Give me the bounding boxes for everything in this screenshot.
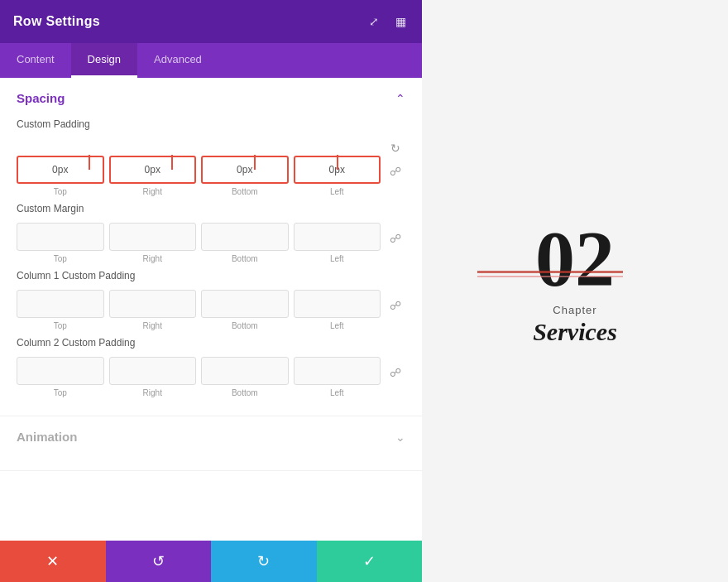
- spacing-header[interactable]: Spacing ⌃: [17, 91, 405, 105]
- col2-padding-fields: Top Right Bottom Left ☍: [17, 357, 405, 397]
- chapter-label: Chapter: [533, 304, 617, 316]
- margin-right-input[interactable]: [109, 223, 197, 251]
- chapter-number-row: 02: [535, 219, 615, 299]
- chapter-text-group: Chapter Services: [533, 304, 617, 346]
- redo-button[interactable]: ↻: [211, 541, 317, 582]
- col1-bottom-label: Bottom: [232, 321, 258, 330]
- spacing-section: Spacing ⌃ Custom Padding Top Right: [0, 78, 422, 416]
- margin-device-icon[interactable]: ☍: [386, 228, 405, 248]
- col1-device-icon[interactable]: ☍: [386, 296, 405, 315]
- custom-margin-fields: Top Right Bottom Left ☍: [17, 223, 405, 263]
- col2-bottom-label: Bottom: [232, 388, 258, 397]
- redo-icon: ↻: [257, 552, 270, 570]
- margin-top-item: Top: [17, 223, 104, 263]
- col1-padding-fields: Top Right Bottom Left ☍: [17, 290, 405, 330]
- col2-top-item: Top: [17, 357, 104, 397]
- panel: Row Settings ⤢ ▦ Content Design Advanced…: [0, 0, 422, 582]
- panel-body: Spacing ⌃ Custom Padding Top Right: [0, 78, 422, 582]
- panel-header-icons: ⤢ ▦: [366, 13, 409, 30]
- padding-reset-icon[interactable]: ↻: [386, 138, 405, 158]
- col2-device-icon[interactable]: ☍: [386, 363, 405, 382]
- undo-button[interactable]: ↺: [106, 541, 212, 582]
- col2-right-input[interactable]: [109, 357, 197, 385]
- col2-padding-group: Column 2 Custom Padding Top Right Bottom: [17, 337, 405, 397]
- col2-top-label: Top: [54, 388, 67, 397]
- col1-right-label: Right: [143, 321, 162, 330]
- col2-bottom-item: Bottom: [201, 357, 289, 397]
- margin-left-item: Left: [294, 223, 381, 263]
- margin-bottom-input[interactable]: [201, 223, 289, 251]
- margin-bottom-item: Bottom: [201, 223, 289, 263]
- col1-padding-label: Column 1 Custom Padding: [17, 270, 405, 281]
- panel-tabs: Content Design Advanced: [0, 43, 422, 78]
- col1-top-input[interactable]: [17, 290, 104, 318]
- save-button[interactable]: ✓: [317, 541, 423, 582]
- padding-bottom-input[interactable]: [201, 156, 289, 184]
- tab-advanced[interactable]: Advanced: [137, 43, 218, 78]
- custom-margin-group: Custom Margin Top Right Bottom: [17, 203, 405, 263]
- col1-right-input[interactable]: [109, 290, 197, 318]
- padding-top-input[interactable]: [17, 156, 104, 184]
- animation-header[interactable]: Animation ⌄: [17, 430, 405, 444]
- padding-top-label: Top: [54, 187, 67, 196]
- animation-title: Animation: [17, 430, 77, 444]
- content-area: 02 Chapter Services: [422, 0, 728, 582]
- padding-top-item: Top: [17, 156, 104, 196]
- col2-left-label: Left: [330, 388, 344, 397]
- margin-left-label: Left: [330, 254, 344, 263]
- padding-left-item: Left: [294, 156, 381, 196]
- panel-title: Row Settings: [13, 14, 100, 29]
- animation-section: Animation ⌄: [0, 416, 422, 471]
- cancel-button[interactable]: ✕: [0, 541, 106, 582]
- bottom-bar: ✕ ↺ ↻ ✓: [0, 541, 422, 582]
- margin-top-label: Top: [54, 254, 67, 263]
- padding-left-input[interactable]: [294, 156, 381, 184]
- chapter-block: 02 Chapter Services: [533, 219, 617, 346]
- spacing-chevron-up-icon: ⌃: [395, 92, 405, 105]
- padding-bottom-label: Bottom: [232, 187, 258, 196]
- padding-right-input[interactable]: [109, 156, 197, 184]
- margin-field-icons: ☍: [386, 228, 405, 263]
- padding-device-icon[interactable]: ☍: [386, 161, 405, 181]
- tab-content[interactable]: Content: [0, 43, 71, 78]
- layout-icon[interactable]: ▦: [392, 13, 409, 30]
- col1-left-label: Left: [330, 321, 344, 330]
- padding-right-item: Right: [109, 156, 197, 196]
- col2-top-input[interactable]: [17, 357, 104, 385]
- col1-right-item: Right: [109, 290, 197, 330]
- margin-left-input[interactable]: [294, 223, 381, 251]
- undo-icon: ↺: [152, 552, 165, 570]
- col1-padding-group: Column 1 Custom Padding Top Right Bottom: [17, 270, 405, 330]
- col2-left-item: Left: [294, 357, 381, 397]
- padding-left-label: Left: [330, 187, 344, 196]
- col1-left-item: Left: [294, 290, 381, 330]
- col1-bottom-input[interactable]: [201, 290, 289, 318]
- padding-right-label: Right: [143, 187, 162, 196]
- animation-chevron-down-icon: ⌄: [395, 430, 405, 444]
- padding-field-icons: ↻ ☍: [386, 138, 405, 196]
- col2-field-icons: ☍: [386, 363, 405, 397]
- margin-right-label: Right: [143, 254, 162, 263]
- col2-left-input[interactable]: [294, 357, 381, 385]
- col2-padding-label: Column 2 Custom Padding: [17, 337, 405, 349]
- custom-padding-label: Custom Padding: [17, 118, 405, 130]
- margin-bottom-label: Bottom: [232, 254, 258, 263]
- save-icon: ✓: [363, 552, 376, 570]
- custom-padding-group: Custom Padding Top Right Bottom: [17, 118, 405, 196]
- chapter-number: 02: [535, 214, 615, 303]
- margin-right-item: Right: [109, 223, 197, 263]
- expand-icon[interactable]: ⤢: [366, 13, 382, 30]
- margin-top-input[interactable]: [17, 223, 104, 251]
- cancel-icon: ✕: [46, 552, 59, 570]
- col2-right-label: Right: [143, 388, 162, 397]
- col1-field-icons: ☍: [386, 296, 405, 330]
- tab-design[interactable]: Design: [71, 43, 137, 78]
- chapter-title: Services: [533, 318, 617, 346]
- col1-left-input[interactable]: [294, 290, 381, 318]
- col1-top-label: Top: [54, 321, 67, 330]
- col1-bottom-item: Bottom: [201, 290, 289, 330]
- col2-right-item: Right: [109, 357, 197, 397]
- col2-bottom-input[interactable]: [201, 357, 289, 385]
- panel-header: Row Settings ⤢ ▦: [0, 0, 422, 43]
- spacing-title: Spacing: [17, 91, 65, 105]
